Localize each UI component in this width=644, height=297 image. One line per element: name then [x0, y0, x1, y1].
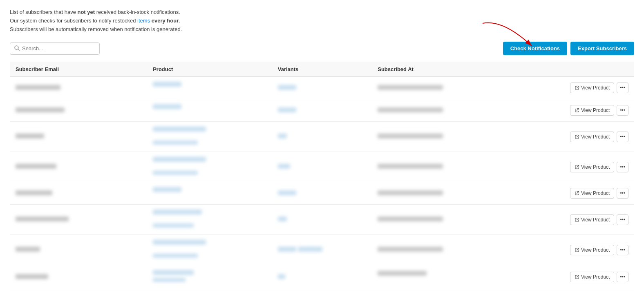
- cell-actions: View Product•••: [522, 182, 634, 205]
- cell-product: Product Name Long Titleextra: [147, 235, 272, 265]
- cell-actions: View Product•••: [522, 152, 634, 182]
- cell-product: Product Name: [147, 99, 272, 122]
- cell-email: subscriber4@example.com: [10, 152, 147, 182]
- cell-subscribed-at: Jan 04, 2024 12:00:00 pm: [372, 152, 522, 182]
- more-options-button[interactable]: •••: [617, 105, 628, 116]
- view-product-button[interactable]: View Product: [570, 162, 614, 172]
- table-row: subscriber6@example.comProduct Name Long…: [10, 205, 634, 235]
- cell-product: Product Name: [147, 77, 272, 99]
- cell-actions: View Product•••: [522, 77, 634, 99]
- svg-line-4: [577, 109, 579, 111]
- view-product-button[interactable]: View Product: [570, 272, 614, 282]
- cell-actions: View Product•••: [522, 235, 634, 265]
- cell-product: Product Name: [147, 182, 272, 205]
- cell-actions: View Product•••: [522, 205, 634, 235]
- view-product-button[interactable]: View Product: [570, 245, 614, 255]
- cell-variants: Var: [272, 152, 372, 182]
- toolbar: Check Notifications Export Subscribers: [10, 42, 634, 55]
- cell-subscribed-at: Jan 06, 2024 12:00:00 pm: [372, 205, 522, 235]
- header-actions: [522, 62, 634, 77]
- svg-line-6: [577, 165, 579, 167]
- cell-variants: Variant: [272, 77, 372, 99]
- export-subscribers-button[interactable]: Export Subscribers: [570, 42, 634, 55]
- cell-product: 5858929442984extra: [147, 265, 272, 289]
- view-product-button[interactable]: View Product: [570, 214, 614, 225]
- check-notifications-button[interactable]: Check Notifications: [503, 42, 567, 55]
- table-row: subscriber2@example.comProduct NameVaria…: [10, 99, 634, 122]
- table-row: subscriber4@example.comProduct Name Long…: [10, 152, 634, 182]
- cell-variants: Var Colextra: [272, 235, 372, 265]
- more-options-button[interactable]: •••: [617, 214, 628, 225]
- svg-line-3: [577, 86, 579, 88]
- table-wrapper: Subscriber Email Product Variants Subscr…: [10, 62, 634, 289]
- more-options-button[interactable]: •••: [617, 188, 628, 199]
- cell-variants: Variant: [272, 99, 372, 122]
- table-row: subscriber7@example.comProduct Name Long…: [10, 235, 634, 265]
- cell-email: subscriber1@example.com: [10, 77, 147, 99]
- table-header-row: Subscriber Email Product Variants Subscr…: [10, 62, 634, 77]
- cell-variants: Variant: [272, 182, 372, 205]
- info-text: List of subscribers that have not yet re…: [10, 8, 634, 33]
- cell-actions: View Product•••: [522, 122, 634, 152]
- info-line3: Subscribers will be automatically remove…: [10, 26, 182, 32]
- info-line2-link: items: [137, 18, 150, 24]
- view-product-button[interactable]: View Product: [570, 188, 614, 199]
- cell-subscribed-at: Jan 03, 2024 12:00:00 pm: [372, 122, 522, 152]
- cell-subscribed-at: Jan 01, 2024 12:00:00 pm: [372, 77, 522, 99]
- cell-subscribed-at: Jan 07, 2024 12:00:00 pm: [372, 235, 522, 265]
- table-row: subscriber8@example.com5858929442984extr…: [10, 265, 634, 289]
- toolbar-buttons: Check Notifications Export Subscribers: [503, 42, 634, 55]
- svg-line-7: [577, 192, 579, 194]
- more-options-button[interactable]: •••: [617, 272, 628, 282]
- svg-line-8: [577, 218, 579, 220]
- header-variants: Variants: [272, 62, 372, 77]
- svg-line-10: [577, 275, 579, 277]
- svg-line-1: [18, 49, 20, 51]
- search-input[interactable]: [22, 45, 95, 51]
- more-options-button[interactable]: •••: [617, 245, 628, 255]
- svg-line-5: [577, 135, 579, 137]
- cell-email: subscriber3@example.com: [10, 122, 147, 152]
- view-product-button[interactable]: View Product: [570, 83, 614, 93]
- cell-variants: ...: [272, 265, 372, 289]
- more-options-button[interactable]: •••: [617, 162, 628, 172]
- info-line2-post: .: [179, 18, 180, 24]
- cell-product: Product Name Long Titleextra: [147, 205, 272, 235]
- cell-product: Product Name Long Title Hereextra: [147, 122, 272, 152]
- cell-actions: View Product•••: [522, 99, 634, 122]
- more-options-button[interactable]: •••: [617, 83, 628, 93]
- page-container: List of subscribers that have not yet re…: [0, 0, 644, 297]
- header-product: Product: [147, 62, 272, 77]
- header-subscribed-at: Subscribed At: [372, 62, 522, 77]
- cell-email: subscriber7@example.com: [10, 235, 147, 265]
- cell-variants: Va: [272, 122, 372, 152]
- cell-email: subscriber8@example.com: [10, 265, 147, 289]
- table-row: subscriber5@example.comProduct NameVaria…: [10, 182, 634, 205]
- table-row: subscriber1@example.comProduct NameVaria…: [10, 77, 634, 99]
- view-product-button[interactable]: View Product: [570, 132, 614, 142]
- view-product-button[interactable]: View Product: [570, 105, 614, 116]
- cell-subscribed-at: Jan 02, 2024 12:00:00 pm: [372, 99, 522, 122]
- info-line1-post: received back-in-stock notifications.: [95, 9, 180, 15]
- svg-line-9: [577, 248, 579, 250]
- search-box[interactable]: [10, 42, 100, 55]
- info-line1-pre: List of subscribers that have: [10, 9, 77, 15]
- info-line1-bold: not yet: [77, 9, 95, 15]
- cell-product: Product Name Long Title Hereextra: [147, 152, 272, 182]
- cell-email: subscriber6@example.com: [10, 205, 147, 235]
- cell-actions: View Product•••: [522, 265, 634, 289]
- table-row: subscriber3@example.comProduct Name Long…: [10, 122, 634, 152]
- info-line2-pre: Our system checks for subscribers to not…: [10, 18, 137, 24]
- search-icon: [14, 45, 20, 52]
- header-subscriber-email: Subscriber Email: [10, 62, 147, 77]
- info-line2-bold: every hour: [150, 18, 179, 24]
- cell-subscribed-at: Jan 08, 2024 12:00:00 pm: [372, 265, 522, 289]
- cell-email: subscriber5@example.com: [10, 182, 147, 205]
- cell-email: subscriber2@example.com: [10, 99, 147, 122]
- cell-variants: Va: [272, 205, 372, 235]
- subscribers-table: Subscriber Email Product Variants Subscr…: [10, 62, 634, 289]
- cell-subscribed-at: Jan 05, 2024 12:00:00 pm: [372, 182, 522, 205]
- more-options-button[interactable]: •••: [617, 132, 628, 142]
